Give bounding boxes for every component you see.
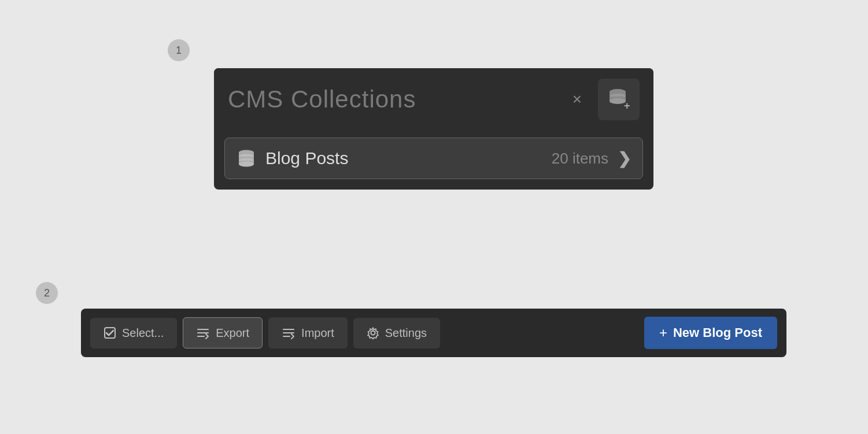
settings-button-label: Settings [385, 327, 427, 340]
import-button-label: Import [301, 327, 334, 340]
step-1-label: 1 [176, 44, 182, 57]
cms-panel-title: CMS Collections [228, 86, 556, 113]
svg-point-12 [239, 162, 254, 167]
settings-icon [367, 327, 379, 339]
cms-panel-body: Blog Posts 20 items ❯ [214, 131, 653, 190]
select-button-label: Select... [122, 327, 164, 340]
svg-point-4 [610, 98, 626, 104]
chevron-right-icon: ❯ [618, 149, 631, 168]
cms-toolbar-panel: Select... Export Import [81, 309, 786, 357]
export-button[interactable]: Export [183, 317, 263, 348]
cms-panel-header: CMS Collections × + [214, 68, 653, 131]
cms-close-button[interactable]: × [566, 88, 589, 111]
add-collection-icon: + [606, 88, 631, 110]
new-blog-post-label: New Blog Post [673, 325, 762, 340]
svg-point-20 [371, 331, 375, 335]
import-icon [282, 326, 296, 340]
step-2-badge: 2 [36, 282, 58, 304]
settings-button[interactable]: Settings [353, 318, 440, 348]
step-1-badge: 1 [168, 39, 190, 61]
export-icon [196, 326, 210, 340]
plus-icon: + [659, 325, 667, 341]
svg-text:+: + [624, 100, 630, 110]
select-button[interactable]: Select... [90, 318, 177, 348]
close-icon: × [572, 90, 582, 109]
collection-database-icon [237, 150, 256, 167]
step-2-label: 2 [44, 287, 50, 299]
checkbox-icon [104, 327, 116, 339]
new-blog-post-button[interactable]: + New Blog Post [644, 317, 777, 349]
export-button-label: Export [216, 327, 249, 340]
collection-name: Blog Posts [265, 149, 542, 168]
import-button[interactable]: Import [268, 317, 348, 348]
database-plus-icon: + [606, 88, 631, 110]
collection-count: 20 items [552, 150, 608, 168]
blog-posts-collection-item[interactable]: Blog Posts 20 items ❯ [224, 138, 643, 179]
add-collection-button[interactable]: + [598, 79, 640, 120]
cms-collections-panel: CMS Collections × + [214, 68, 653, 190]
